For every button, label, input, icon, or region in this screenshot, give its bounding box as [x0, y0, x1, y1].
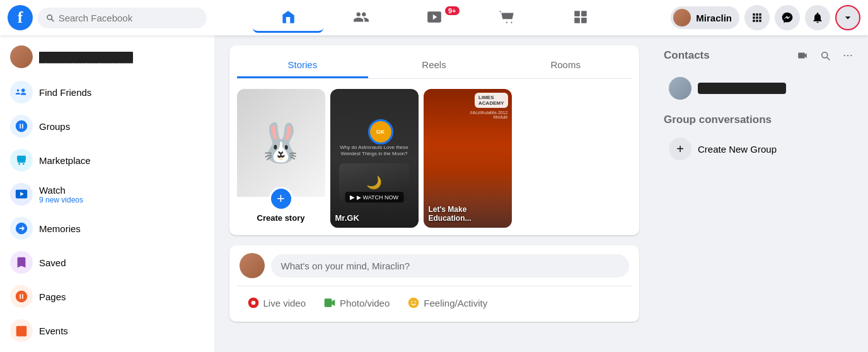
- profile-name: Miraclin: [696, 13, 732, 23]
- mrgk-overlay: [330, 89, 419, 228]
- top-navigation: f 9+ Mira: [0, 0, 868, 35]
- tab-rooms[interactable]: Rooms: [500, 53, 632, 78]
- story-education[interactable]: LIMESACADEMY #AczithulaMe-2012Module Let…: [424, 89, 512, 228]
- menu-nav-icon: [572, 9, 589, 25]
- account-dropdown-button[interactable]: [835, 5, 860, 30]
- ellipsis-icon: [842, 50, 854, 61]
- nav-watch-button[interactable]: 9+: [399, 3, 470, 33]
- chevron-down-icon: [842, 11, 854, 24]
- contact-item[interactable]: [664, 73, 858, 103]
- bugs-bunny-image: 🐰: [237, 89, 325, 197]
- search-bar[interactable]: [38, 8, 207, 28]
- sidebar-memories-label: Memories: [39, 223, 81, 234]
- post-box-divider: [237, 286, 632, 286]
- create-new-group-button[interactable]: + Create New Group: [664, 134, 858, 164]
- sidebar-profile-link[interactable]: ██████████████: [5, 40, 209, 73]
- left-sidebar: ██████████████ Find Friends Groups Marke…: [0, 35, 214, 352]
- profile-avatar: [673, 9, 691, 26]
- create-story-plus-button[interactable]: +: [269, 187, 293, 211]
- svg-point-17: [844, 55, 845, 56]
- search-contacts-button[interactable]: [815, 45, 835, 66]
- sidebar-item-find-friends[interactable]: Find Friends: [5, 76, 209, 109]
- sidebar-pages-label: Pages: [39, 291, 66, 302]
- mrgk-name: Mr.GK: [335, 213, 414, 223]
- sidebar-user-name: ██████████████: [39, 52, 133, 62]
- more-contacts-button[interactable]: [838, 45, 858, 66]
- search-contacts-icon: [819, 50, 831, 61]
- saved-icon: [10, 251, 33, 274]
- sidebar-item-pages[interactable]: Pages: [5, 280, 209, 313]
- marketplace-icon: [10, 149, 33, 172]
- sidebar-avatar: [10, 45, 33, 68]
- profile-button[interactable]: Miraclin: [671, 6, 739, 29]
- sidebar-find-friends-label: Find Friends: [39, 87, 91, 98]
- story-mrgk[interactable]: GK Why do Astronauts Love these Weirdest…: [330, 89, 419, 228]
- feeling-activity-label: Feeling/Activity: [424, 298, 487, 308]
- contacts-icon-group: [792, 45, 858, 66]
- post-box-input[interactable]: What's on your mind, Miraclin?: [271, 254, 629, 278]
- watch-nav-icon: [426, 9, 443, 25]
- post-box-actions: Live video Photo/video Feeling/Activity: [240, 291, 629, 314]
- svg-rect-2: [574, 11, 580, 16]
- sidebar-item-memories[interactable]: Memories: [5, 212, 209, 245]
- svg-rect-4: [574, 18, 580, 23]
- svg-point-19: [850, 55, 852, 56]
- search-input[interactable]: [59, 13, 199, 23]
- live-video-button[interactable]: Live video: [240, 291, 314, 314]
- new-chat-button[interactable]: [792, 45, 813, 66]
- sidebar-item-marketplace[interactable]: Marketplace: [5, 144, 209, 177]
- sidebar-groups-label: Groups: [39, 121, 70, 132]
- grid-icon: [751, 11, 763, 24]
- feeling-icon: [407, 296, 420, 309]
- svg-marker-13: [332, 300, 335, 306]
- svg-text:21: 21: [19, 330, 24, 336]
- group-conversations-section: Group conversations + Create New Group: [664, 114, 858, 164]
- live-video-label: Live video: [263, 298, 306, 308]
- mrgk-watch-badge: ▶ ▶ WATCH NOW: [345, 192, 403, 202]
- svg-point-18: [847, 55, 848, 56]
- tab-stories[interactable]: Stories: [237, 53, 369, 78]
- messenger-icon: [781, 11, 794, 24]
- video-chat-icon: [797, 50, 808, 61]
- find-friends-icon: [10, 81, 33, 103]
- tab-reels[interactable]: Reels: [368, 53, 500, 78]
- facebook-logo[interactable]: f: [8, 5, 33, 30]
- sidebar-marketplace-label: Marketplace: [39, 155, 91, 166]
- nav-right: Miraclin: [654, 5, 868, 30]
- stories-card: Stories Reels Rooms 🐰 + Create story: [229, 45, 639, 235]
- sidebar-watch-label: Watch: [39, 185, 83, 196]
- photo-video-button[interactable]: Photo/video: [316, 291, 397, 314]
- live-video-icon: [247, 296, 260, 309]
- notifications-button[interactable]: [805, 5, 830, 30]
- sidebar-item-groups[interactable]: Groups: [5, 110, 209, 143]
- edu-story-name: Let's Make Education...: [429, 205, 507, 223]
- create-story-bottom: + Create story: [237, 197, 325, 228]
- feeling-activity-button[interactable]: Feeling/Activity: [400, 291, 495, 314]
- apps-button[interactable]: [744, 5, 770, 30]
- sidebar-item-watch[interactable]: Watch 9 new videos: [5, 178, 209, 211]
- contacts-header: Contacts: [664, 45, 858, 66]
- nav-marketplace-button[interactable]: [472, 3, 543, 33]
- svg-rect-12: [325, 298, 332, 307]
- create-story-card[interactable]: 🐰 + Create story: [237, 89, 325, 228]
- svg-rect-3: [581, 11, 587, 16]
- center-feed: Stories Reels Rooms 🐰 + Create story: [214, 35, 654, 352]
- stories-list: 🐰 + Create story GK Why: [237, 89, 632, 228]
- nav-friends-button[interactable]: [326, 3, 396, 33]
- search-icon: [45, 13, 55, 23]
- watch-notification-badge: 9+: [445, 6, 460, 15]
- messenger-button[interactable]: [775, 5, 800, 30]
- sidebar-saved-label: Saved: [39, 257, 66, 268]
- nav-home-button[interactable]: [253, 3, 323, 33]
- watch-icon: [10, 183, 33, 206]
- svg-rect-5: [581, 18, 587, 23]
- sidebar-item-saved[interactable]: Saved: [5, 246, 209, 279]
- create-group-label: Create New Group: [698, 144, 777, 155]
- post-box: What's on your mind, Miraclin? Live vide…: [229, 245, 639, 322]
- sidebar-item-events[interactable]: 21 Events: [5, 314, 209, 347]
- nav-menu-button[interactable]: [545, 3, 616, 33]
- pages-icon: [10, 285, 33, 308]
- events-icon: 21: [10, 319, 33, 342]
- nav-center: 9+: [214, 3, 654, 33]
- home-icon: [280, 9, 296, 25]
